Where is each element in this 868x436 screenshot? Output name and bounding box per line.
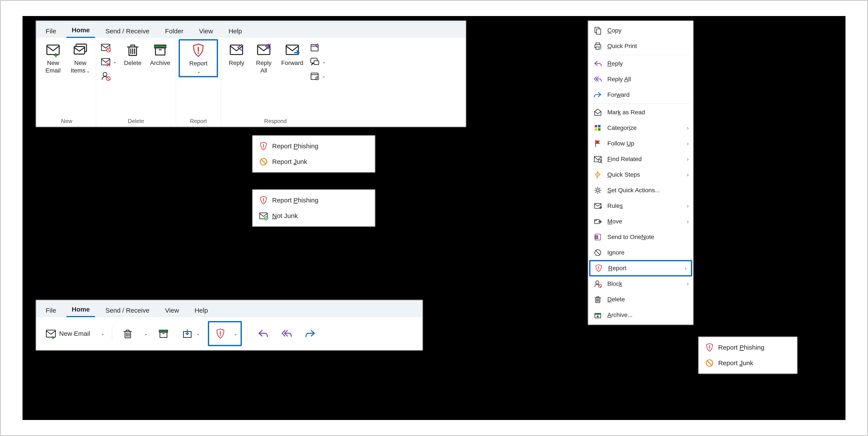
archive-button-2[interactable] — [153, 324, 174, 343]
tab-send-receive-2[interactable]: Send / Receive — [100, 305, 155, 317]
archive-button[interactable]: Archive — [147, 40, 173, 68]
ctx-submenu-report-phishing[interactable]: Report Phishing — [701, 340, 795, 355]
tab-help[interactable]: Help — [223, 25, 247, 38]
report-button-2[interactable] — [210, 324, 231, 343]
ctx-quick-steps[interactable]: Quick Steps› — [588, 167, 693, 183]
reply-all-icon — [593, 74, 602, 84]
report-button[interactable]: Report⌄ — [180, 40, 217, 76]
chevron-right-icon: › — [687, 218, 689, 225]
chat-icon — [309, 57, 320, 67]
group-delete: ⌄ Delete Archive Delete — [96, 40, 176, 125]
tab-send-receive[interactable]: Send / Receive — [100, 25, 155, 38]
ignore-button[interactable] — [100, 42, 117, 53]
chevron-down-icon: ⌄ — [196, 331, 200, 336]
ribbon-tabbar-2: File Home Send / Receive View Help — [36, 300, 423, 317]
share-teams-button[interactable]: ⌄ — [309, 71, 326, 81]
flag-icon — [593, 139, 602, 148]
reply-label: Reply — [229, 59, 244, 67]
reply-im-button[interactable]: ⌄ — [309, 57, 326, 67]
group-respond-label: Respond — [264, 117, 287, 125]
menu-report-phishing-2-label: Report Phishing — [272, 196, 318, 204]
ctx-send-to-onenote[interactable]: Send to OneNote — [588, 229, 693, 245]
respond-small-stack: ⌄ ⌄ — [308, 40, 328, 83]
reply-button[interactable]: Reply — [223, 40, 249, 68]
ctx-ignore[interactable]: Ignore — [588, 245, 693, 260]
new-email-label-2: New Email — [59, 330, 90, 337]
archive-label: Archive — [150, 59, 170, 67]
forward-button-2[interactable] — [300, 324, 321, 343]
ctx-set-quick-actions[interactable]: Set Quick Actions... — [588, 183, 693, 198]
chevron-right-icon: › — [687, 125, 689, 131]
chevron-down-icon: ⌄ — [86, 69, 90, 73]
mail-x-icon — [100, 57, 111, 67]
ctx-rules[interactable]: Rules› — [588, 198, 693, 214]
ctx-submenu-report-junk[interactable]: Report Junk — [701, 355, 795, 371]
reply-all-button[interactable]: Reply All — [251, 40, 277, 75]
reply-all-button-2[interactable] — [276, 324, 297, 343]
ctx-report[interactable]: Report› — [589, 260, 692, 276]
reply-button-2[interactable] — [252, 324, 273, 343]
group-new-label: New — [61, 117, 72, 125]
new-email-button-2[interactable]: New Email — [40, 324, 95, 343]
calendar-reply-icon — [309, 42, 320, 53]
menu-report-junk-label: Report Junk — [272, 158, 307, 165]
ctx-archive[interactable]: Archive... — [588, 307, 693, 323]
new-items-button[interactable]: New Items⌄ — [67, 40, 93, 75]
tab-home[interactable]: Home — [66, 24, 95, 38]
delete-label: Delete — [124, 59, 142, 67]
print-icon — [593, 41, 602, 51]
menu-not-junk[interactable]: Not Junk — [255, 208, 373, 224]
ctx-categorize[interactable]: Categorize› — [588, 120, 693, 136]
tab-view[interactable]: View — [194, 25, 218, 38]
trash-icon — [122, 328, 133, 339]
archive-icon — [153, 42, 168, 57]
group-report: Report⌄ Report — [176, 40, 221, 125]
mail-ok-icon — [259, 211, 268, 221]
ctx-copy[interactable]: Copy — [588, 23, 693, 38]
ctx-mark-read[interactable]: Mark as Read — [588, 104, 693, 120]
tab-help-2[interactable]: Help — [189, 305, 213, 317]
menu-report-phishing-2[interactable]: Report Phishing — [255, 192, 373, 208]
new-email-button[interactable]: New Email — [40, 40, 66, 75]
move-button-2[interactable]: ⌄ — [177, 324, 205, 343]
chevron-down-icon: ⌄ — [113, 59, 117, 64]
report-label: Report⌄ — [189, 60, 208, 75]
ctx-find-related[interactable]: Find Related› — [588, 151, 693, 167]
cleanup-button[interactable]: ⌄ — [100, 57, 117, 67]
forward-icon — [305, 328, 316, 339]
tab-home-2[interactable]: Home — [66, 304, 95, 317]
delete-split-chevron[interactable]: ⌄ — [141, 327, 150, 340]
meeting-reply-button[interactable] — [309, 42, 326, 53]
ctx-reply-all[interactable]: Reply All — [588, 71, 693, 87]
ctx-forward[interactable]: Forward — [588, 87, 693, 103]
ctx-delete[interactable]: Delete — [588, 291, 693, 307]
chevron-down-icon: ⌄ — [322, 73, 326, 79]
chevron-right-icon: › — [687, 140, 689, 147]
shield-alert-icon — [705, 343, 714, 352]
tab-view-2[interactable]: View — [160, 305, 184, 317]
gear-icon — [593, 186, 602, 195]
outlook-simplified-ribbon: File Home Send / Receive View Help New E… — [35, 300, 423, 351]
onenote-icon — [593, 232, 602, 242]
menu-report-phishing[interactable]: Report Phishing — [255, 138, 373, 154]
tab-file-2[interactable]: File — [40, 305, 61, 317]
reply-all-icon — [281, 328, 292, 339]
tab-folder[interactable]: Folder — [160, 25, 189, 38]
forward-icon — [593, 90, 602, 100]
ctx-follow-up[interactable]: Follow Up› — [588, 136, 693, 151]
ctx-block[interactable]: Block› — [588, 276, 693, 291]
group-new: New Email New Items⌄ New — [37, 40, 96, 125]
menu-report-junk[interactable]: Report Junk — [255, 154, 373, 169]
block-sender-button[interactable] — [100, 71, 117, 81]
new-email-split-chevron[interactable]: ⌄ — [98, 327, 107, 340]
forward-button[interactable]: Forward — [278, 40, 306, 68]
ctx-reply[interactable]: Reply — [588, 56, 693, 71]
ctx-move[interactable]: Move› — [588, 214, 693, 229]
report-split-chevron[interactable]: ⌄ — [231, 327, 240, 340]
ctx-quick-print[interactable]: Quick Print — [588, 38, 693, 54]
delete-button[interactable]: Delete — [120, 40, 146, 68]
menu-not-junk-label: Not Junk — [272, 212, 298, 219]
delete-button-2[interactable] — [117, 324, 138, 343]
tab-file[interactable]: File — [40, 25, 61, 38]
user-block-icon — [100, 71, 111, 81]
